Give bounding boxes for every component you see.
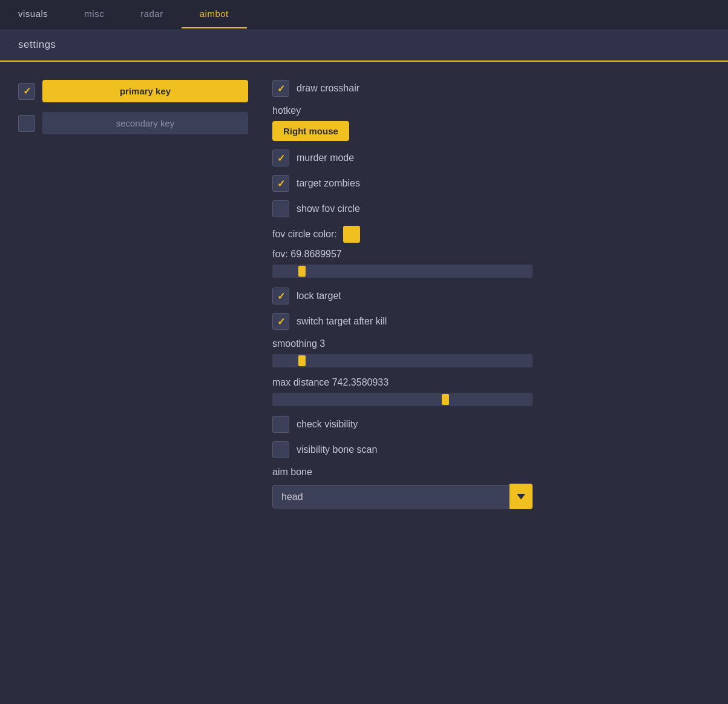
lock-target-checkbox[interactable]: ✓	[272, 288, 289, 304]
target-zombies-checkbox[interactable]: ✓	[272, 175, 289, 192]
switch-target-checkbox[interactable]: ✓	[272, 313, 289, 330]
visibility-bone-scan-label: visibility bone scan	[297, 444, 377, 455]
max-distance-slider-container	[272, 393, 710, 406]
smoothing-label: smoothing 3	[272, 338, 710, 349]
tab-visuals[interactable]: visuals	[0, 0, 66, 28]
show-fov-circle-checkbox[interactable]	[272, 200, 289, 217]
check-visibility-row: check visibility	[272, 416, 710, 433]
lock-target-row: ✓ lock target	[272, 288, 710, 304]
settings-header: settings	[0, 29, 728, 62]
lock-target-checkmark: ✓	[277, 291, 285, 302]
primary-key-row: ✓ primary key	[18, 80, 248, 102]
switch-target-label: switch target after kill	[297, 316, 387, 327]
aim-bone-select[interactable]: head	[272, 485, 510, 508]
check-visibility-label: check visibility	[297, 419, 358, 430]
dropdown-arrow-icon	[517, 494, 525, 499]
tab-misc[interactable]: misc	[66, 0, 122, 28]
right-panel: ✓ draw crosshair hotkey Right mouse ✓ mu…	[272, 80, 710, 509]
dropdown-arrow-button[interactable]	[510, 484, 533, 509]
aim-bone-dropdown-container: head	[272, 484, 533, 509]
primary-key-button[interactable]: primary key	[42, 80, 248, 102]
smoothing-slider-thumb[interactable]	[298, 355, 306, 366]
murder-mode-checkbox[interactable]: ✓	[272, 150, 289, 166]
fov-value-label: fov: 69.8689957	[272, 249, 710, 260]
aim-bone-label: aim bone	[272, 467, 710, 478]
fov-slider-track[interactable]	[272, 265, 533, 278]
fov-color-swatch[interactable]	[343, 226, 360, 243]
fov-color-row: fov circle color:	[272, 226, 710, 243]
draw-crosshair-checkbox[interactable]: ✓	[272, 80, 289, 97]
hotkey-button[interactable]: Right mouse	[272, 121, 349, 141]
target-zombies-row: ✓ target zombies	[272, 175, 710, 192]
murder-mode-row: ✓ murder mode	[272, 150, 710, 166]
secondary-key-button[interactable]: secondary key	[42, 112, 248, 134]
murder-mode-label: murder mode	[297, 153, 354, 163]
target-zombies-checkmark: ✓	[277, 178, 285, 189]
tab-radar[interactable]: radar	[122, 0, 182, 28]
tab-bar: visuals misc radar aimbot	[0, 0, 728, 29]
fov-slider-thumb[interactable]	[298, 266, 306, 277]
secondary-key-checkbox[interactable]	[18, 115, 35, 132]
show-fov-circle-label: show fov circle	[297, 203, 360, 214]
main-content: ✓ primary key secondary key ✓ draw cross…	[0, 62, 728, 527]
check-visibility-checkbox[interactable]	[272, 416, 289, 433]
draw-crosshair-row: ✓ draw crosshair	[272, 80, 710, 97]
left-panel: ✓ primary key secondary key	[18, 80, 248, 509]
max-distance-slider-track[interactable]	[272, 393, 533, 406]
switch-target-checkmark: ✓	[277, 316, 285, 327]
switch-target-row: ✓ switch target after kill	[272, 313, 710, 330]
target-zombies-label: target zombies	[297, 178, 360, 189]
fov-slider-container	[272, 265, 710, 278]
lock-target-label: lock target	[297, 291, 341, 301]
tab-aimbot[interactable]: aimbot	[182, 0, 247, 28]
show-fov-circle-row: show fov circle	[272, 200, 710, 217]
secondary-key-row: secondary key	[18, 112, 248, 134]
max-distance-label: max distance 742.3580933	[272, 377, 710, 388]
primary-key-checkbox[interactable]: ✓	[18, 83, 35, 100]
hotkey-label: hotkey	[272, 105, 710, 116]
max-distance-slider-thumb[interactable]	[442, 394, 449, 405]
smoothing-slider-container	[272, 354, 710, 367]
draw-crosshair-label: draw crosshair	[297, 83, 359, 94]
draw-crosshair-checkmark: ✓	[277, 83, 285, 94]
smoothing-slider-track[interactable]	[272, 354, 533, 367]
visibility-bone-scan-checkbox[interactable]	[272, 441, 289, 458]
primary-key-checkmark: ✓	[23, 85, 31, 97]
visibility-bone-scan-row: visibility bone scan	[272, 441, 710, 458]
fov-circle-color-label: fov circle color:	[272, 229, 337, 240]
murder-mode-checkmark: ✓	[277, 153, 285, 164]
